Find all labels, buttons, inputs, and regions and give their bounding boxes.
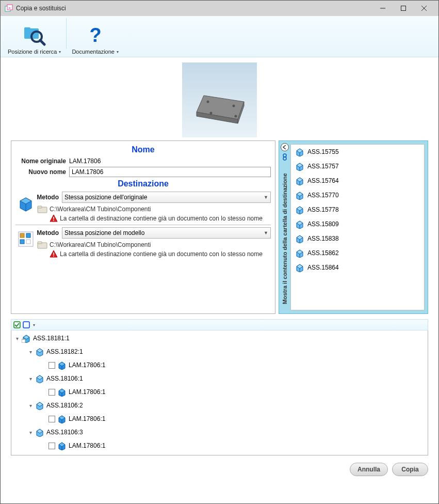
tree-node-icon xyxy=(57,414,67,423)
assembly-icon xyxy=(15,227,36,256)
tree-row[interactable]: LAM.17806:1 xyxy=(11,358,428,372)
name-section-title: Nome xyxy=(15,145,271,154)
folder-item[interactable]: ASS.15862 xyxy=(291,246,424,260)
tree-node-label: ASS.18106:1 xyxy=(46,375,83,382)
new-name-label: Nuovo nome xyxy=(15,168,69,176)
assembly-tree[interactable]: ▾ASS.18181:1▾ASS.18182:1LAM.17806:1▾ASS.… xyxy=(11,330,428,455)
titlebar: Copia e sostituisci xyxy=(1,1,438,16)
search-position-label: Posizione di ricerca xyxy=(8,49,57,55)
svg-text:!: ! xyxy=(53,216,55,222)
folder-item[interactable]: ASS.15755 xyxy=(291,145,424,159)
assembly-cube-icon xyxy=(295,205,304,214)
svg-rect-63 xyxy=(14,322,20,328)
magnifier-folder-icon xyxy=(22,24,47,48)
expand-toggle[interactable]: ▾ xyxy=(28,403,33,408)
folder-item-label: ASS.15862 xyxy=(307,249,339,257)
dialog-buttons: Annulla Copia xyxy=(1,455,438,483)
copy-button[interactable]: Copia xyxy=(392,463,428,476)
tree-options-dropdown[interactable]: ▾ xyxy=(33,323,35,327)
documentation-button[interactable]: ? Documentazione▾ xyxy=(69,24,122,55)
new-name-input[interactable] xyxy=(69,167,271,177)
tree-node-icon xyxy=(57,360,67,370)
tree-node-label: LAM.17806:1 xyxy=(69,442,105,449)
method-label: Metodo xyxy=(36,229,62,237)
tree-row[interactable]: ▾ASS.18106:3 xyxy=(11,426,428,439)
svg-rect-67 xyxy=(22,339,25,343)
svg-rect-26 xyxy=(20,233,24,238)
assembly-cube-icon xyxy=(295,147,304,156)
tree-node-label: ASS.18182:1 xyxy=(46,348,83,355)
tree-row[interactable]: LAM.17806:1 xyxy=(11,412,428,426)
expand-toggle[interactable]: ▾ xyxy=(28,376,33,382)
preview-area xyxy=(1,57,438,140)
tree-node-label: ASS.18106:2 xyxy=(46,402,83,409)
search-position-button[interactable]: Posizione di ricerca▾ xyxy=(5,24,64,55)
collapse-panel-button[interactable] xyxy=(281,143,289,151)
tree-row[interactable]: ▾ASS.18181:1 xyxy=(11,332,428,345)
folder-item-label: ASS.15757 xyxy=(307,163,339,170)
expand-toggle[interactable]: ▾ xyxy=(14,336,20,341)
expand-toggle[interactable]: ▾ xyxy=(28,349,33,355)
tree-checkbox[interactable] xyxy=(48,416,55,422)
svg-rect-7 xyxy=(24,27,30,30)
toolbar: Posizione di ricerca▾ ? Documentazione▾ xyxy=(1,16,438,57)
tree-row[interactable]: LAM.17806:1 xyxy=(11,385,428,399)
folder-item[interactable]: ASS.15778 xyxy=(291,202,424,217)
svg-rect-3 xyxy=(401,6,406,11)
warning-icon: ! xyxy=(50,250,58,258)
folder-item-label: ASS.15764 xyxy=(307,177,339,184)
separator xyxy=(15,225,271,225)
assembly-cube-icon xyxy=(295,176,304,185)
tree-node-label: ASS.18181:1 xyxy=(33,335,70,342)
properties-panel: Nome Nome originale LAM.17806 Nuovo nome… xyxy=(11,140,275,314)
link-icon[interactable] xyxy=(281,153,288,161)
maximize-button[interactable] xyxy=(393,1,414,16)
destination-folder-label: Mostra il contenuto della cartella di de… xyxy=(282,164,288,313)
tree-row[interactable]: ▾ASS.18106:1 xyxy=(11,372,428,385)
method-select-1[interactable]: Stessa posizione dell'originale ▼ xyxy=(62,192,271,203)
tree-row[interactable]: LAM.17806:1 xyxy=(11,439,428,452)
svg-line-9 xyxy=(40,40,44,44)
destination-block-assembly: Metodo Stessa posizione del modello ▼ C:… xyxy=(15,227,271,258)
tree-row[interactable]: ▾ASS.18182:1 xyxy=(11,345,428,358)
tree-checkbox[interactable] xyxy=(48,443,55,449)
tree-checkbox[interactable] xyxy=(48,389,55,396)
assembly-cube-icon xyxy=(295,234,304,243)
folder-item[interactable]: ASS.15838 xyxy=(291,231,424,246)
minimize-button[interactable] xyxy=(372,1,393,16)
close-button[interactable] xyxy=(414,1,434,16)
expand-toggle[interactable]: ▾ xyxy=(28,430,33,435)
svg-point-17 xyxy=(234,115,237,117)
tree-node-icon xyxy=(22,334,31,343)
folder-item[interactable]: ASS.15764 xyxy=(291,174,424,188)
tree-row[interactable]: ▾ASS.18106:2 xyxy=(11,399,428,412)
warning-text-2: La cartella di destinazione contiene già… xyxy=(60,250,263,258)
assembly-cube-icon xyxy=(295,219,304,229)
tree-node-icon xyxy=(57,387,67,397)
method-select-2[interactable]: Stessa posizione del modello ▼ xyxy=(62,227,271,239)
svg-point-34 xyxy=(283,154,286,157)
cancel-button[interactable]: Annulla xyxy=(350,463,388,476)
uncheck-all-button[interactable] xyxy=(23,321,30,328)
tree-checkbox[interactable] xyxy=(48,362,55,369)
folder-item[interactable]: ASS.15757 xyxy=(291,159,424,174)
folder-item[interactable]: ASS.15809 xyxy=(291,217,424,231)
tree-node-icon xyxy=(57,441,67,450)
documentation-label: Documentazione xyxy=(72,49,115,55)
tree-node-label: ASS.18106:3 xyxy=(46,429,83,436)
toolbar-separator xyxy=(66,18,67,49)
tree-node-icon xyxy=(35,401,44,410)
svg-point-14 xyxy=(206,100,209,103)
warning-icon: ! xyxy=(50,214,58,223)
folder-item[interactable]: ASS.15770 xyxy=(291,188,424,202)
destination-path-1: C:\Workarea\CM Tubino\Componenti xyxy=(50,206,151,213)
svg-point-35 xyxy=(283,157,286,160)
folder-item[interactable]: ASS.15864 xyxy=(291,260,424,275)
window-title: Copia e sostituisci xyxy=(16,5,372,12)
folder-list[interactable]: ASS.15755ASS.15757ASS.15764ASS.15770ASS.… xyxy=(290,144,425,310)
destination-section-title: Destinazione xyxy=(15,179,271,188)
svg-point-16 xyxy=(209,112,212,114)
check-all-button[interactable] xyxy=(13,321,21,328)
dropdown-arrow-icon: ▾ xyxy=(59,50,61,54)
original-name-label: Nome originale xyxy=(15,158,69,165)
